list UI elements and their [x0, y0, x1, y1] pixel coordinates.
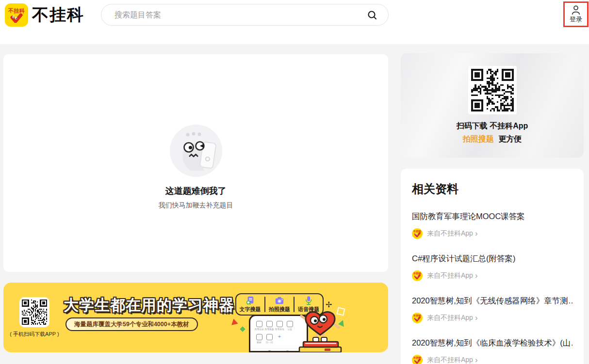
feature-text-search: 文字搜题 — [237, 296, 264, 313]
heart-mascot-on-books — [294, 308, 347, 352]
related-item-source-link[interactable]: 不挂科 来自不挂科App › — [412, 313, 573, 323]
chevron-right-icon: › — [475, 357, 478, 364]
qr-caption-line2: 拍照搜题 更方便 — [463, 134, 522, 144]
empty-state-card: 这道题难倒我了 我们快马加鞭去补充题目 — [3, 54, 388, 272]
separator — [264, 297, 265, 312]
header: 不挂科 不挂科 登录 — [0, 0, 589, 44]
app-promo-banner[interactable]: ( 手机扫码下载APP ) 大学生都在用的学习神器 海量题库覆盖大学59个专业和… — [3, 283, 388, 352]
doc-search-icon — [245, 296, 255, 305]
qr-caption-line1: 扫码下载 不挂科App — [457, 121, 528, 131]
chevron-right-icon: › — [475, 272, 478, 279]
banner-subtitle-pill: 海量题库覆盖大学59个专业和4000+本教材 — [65, 317, 198, 331]
banner-qr-caption: ( 手机扫码下载APP ) — [7, 331, 62, 338]
mini-app-logo-icon: 不挂科 — [412, 313, 423, 323]
banner-title: 大学生都在用的学习神器 — [64, 295, 234, 316]
chevron-right-icon: › — [475, 315, 478, 321]
related-item-source-link[interactable]: 不挂科 来自不挂科App › — [412, 270, 573, 281]
related-title: 相关资料 — [412, 181, 573, 197]
related-materials-card: 相关资料 国防教育军事理论MOOC课答案 不挂科 来自不挂科App › C#程序… — [401, 169, 584, 364]
search-input[interactable] — [114, 10, 367, 20]
brand-title[interactable]: 不挂科 — [32, 4, 84, 26]
related-item-title[interactable]: 国防教育军事理论MOOC课答案 — [412, 211, 573, 222]
qr-caption-rest: 更方便 — [498, 135, 522, 143]
login-button[interactable]: 登录 — [563, 1, 589, 27]
related-item-source-link[interactable]: 不挂科 来自不挂科App › — [412, 355, 573, 364]
mini-app-logo-icon: 不挂科 — [412, 228, 423, 239]
mini-app-logo-icon: 不挂科 — [412, 355, 423, 364]
heart-check-icon — [10, 14, 23, 23]
decor-green-diamond — [240, 326, 245, 332]
svg-text:不挂科: 不挂科 — [413, 356, 422, 359]
svg-text:不挂科: 不挂科 — [413, 314, 422, 317]
logo-badge-text: 不挂科 — [8, 8, 25, 14]
decor-red-triangle — [231, 318, 239, 327]
related-item: C#程序设计试题汇总(附答案) 不挂科 来自不挂科App › — [412, 253, 573, 281]
qr-code — [468, 66, 517, 114]
qr-caption-highlight: 拍照搜题 — [463, 135, 494, 143]
search-bar — [101, 4, 389, 26]
empty-state-title: 这道题难倒我了 — [165, 185, 227, 197]
banner-qr-code — [19, 297, 49, 327]
camera-icon — [275, 296, 284, 305]
user-icon — [571, 5, 581, 15]
empty-state-subtitle: 我们快马加鞭去补充题目 — [159, 201, 233, 210]
mini-app-logo-icon: 不挂科 — [412, 270, 423, 281]
feature-photo-search: 拍照搜题 — [266, 296, 293, 313]
page: 不挂科 不挂科 登录 — [0, 0, 589, 364]
related-item-title[interactable]: 2020智慧树,知到《无线传感器网络》章节测… — [412, 296, 573, 306]
related-item-title[interactable]: 2020智慧树,知到《临床血液学检验技术》(山… — [412, 338, 573, 348]
related-item: 国防教育军事理论MOOC课答案 不挂科 来自不挂科App › — [412, 211, 573, 239]
related-item-source-link[interactable]: 不挂科 来自不挂科App › — [412, 228, 573, 239]
login-label: 登录 — [570, 15, 582, 24]
related-item: 2020智慧树,知到《无线传感器网络》章节测… 不挂科 来自不挂科App › — [412, 296, 573, 323]
related-item: 2020智慧树,知到《临床血液学检验技术》(山… 不挂科 来自不挂科App › — [412, 338, 573, 364]
svg-text:不挂科: 不挂科 — [413, 272, 422, 275]
mic-icon — [304, 296, 313, 305]
svg-text:不挂科: 不挂科 — [413, 230, 422, 233]
app-download-card: 扫码下载 不挂科App 拍照搜题 更方便 — [401, 53, 584, 158]
related-item-title[interactable]: C#程序设计试题汇总(附答案) — [412, 253, 573, 264]
chevron-right-icon: › — [475, 230, 478, 237]
sad-mascot-icon — [169, 124, 223, 177]
search-icon[interactable] — [367, 10, 377, 20]
app-logo-icon[interactable]: 不挂科 — [5, 3, 28, 27]
